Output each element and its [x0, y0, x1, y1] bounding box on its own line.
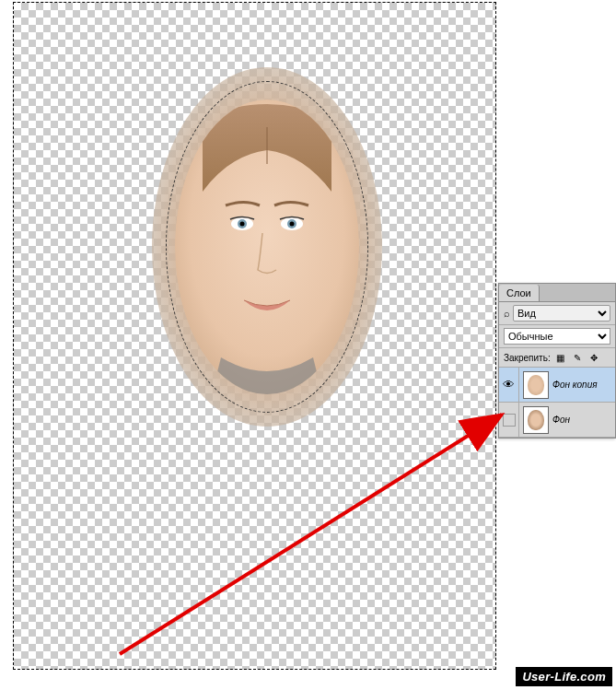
- layer-list: 👁 Фон копия Фон: [499, 368, 615, 438]
- watermark: User-Life.com: [516, 667, 612, 686]
- panel-tabs: Слои: [499, 284, 615, 302]
- lock-pixels-icon[interactable]: ✎: [571, 351, 584, 364]
- layer-item-background[interactable]: Фон: [499, 403, 615, 438]
- canvas-workspace[interactable]: [13, 2, 496, 670]
- face-image: [175, 99, 359, 394]
- layer-name[interactable]: Фон: [552, 415, 570, 425]
- visibility-toggle[interactable]: 👁: [499, 368, 519, 402]
- view-row: ⌕ Вид: [499, 302, 615, 325]
- visibility-toggle[interactable]: [499, 403, 519, 437]
- empty-visibility-icon: [503, 414, 516, 427]
- svg-point-7: [290, 222, 295, 227]
- layer-item-copy[interactable]: 👁 Фон копия: [499, 368, 615, 403]
- eye-icon: 👁: [503, 378, 515, 392]
- layer-name[interactable]: Фон копия: [552, 380, 598, 390]
- svg-point-4: [240, 222, 245, 227]
- lock-row: Закрепить: ▦ ✎ ✥: [499, 348, 615, 368]
- view-dropdown[interactable]: Вид: [513, 305, 610, 322]
- layer-thumbnail[interactable]: [523, 371, 549, 399]
- layer-content-masked: [152, 67, 382, 427]
- layers-panel: Слои ⌕ Вид Обычные Закрепить: ▦ ✎ ✥ 👁 Фо…: [498, 283, 616, 439]
- blend-mode-dropdown[interactable]: Обычные: [504, 328, 610, 345]
- tab-layers[interactable]: Слои: [499, 285, 540, 301]
- lock-label: Закрепить:: [504, 353, 551, 363]
- layer-thumbnail[interactable]: [523, 406, 549, 434]
- lock-position-icon[interactable]: ✥: [587, 351, 600, 364]
- lock-transparency-icon[interactable]: ▦: [554, 351, 567, 364]
